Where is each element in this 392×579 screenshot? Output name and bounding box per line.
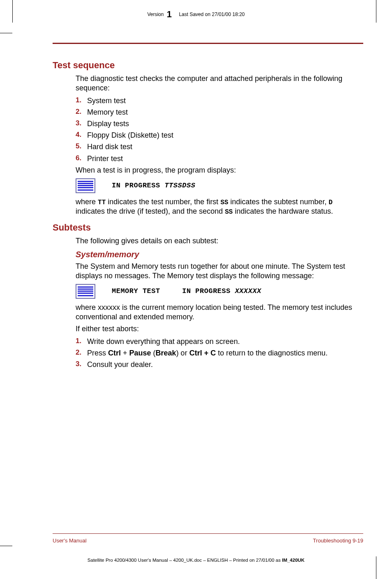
code-var: TTSSDSS [164,182,195,189]
code-text: MEMORY TEST IN PROGRESS XXXXXX [112,287,261,295]
terminal-icon [76,178,95,193]
list-item: 1.System test [76,95,363,106]
terminal-icon [76,284,95,299]
memory-explain: where xxxxxx is the current memory locat… [76,303,363,322]
list-item-label: Write down everything that appears on sc… [87,337,240,346]
after-list: When a test is in progress, the program … [76,166,363,175]
list-item-label: Floppy Disk (Diskette) test [87,131,173,139]
page-footer: User's Manual Troubleshooting 9-19 [53,537,363,544]
header-rule [53,43,363,44]
footer-left: User's Manual [53,537,87,544]
saved-on: Last Saved on 27/01/00 18:20 [179,12,244,17]
footer-right: Troubleshooting 9-19 [313,537,363,544]
list-item: 3.Display tests [76,118,363,129]
code-mid: IN PROGRESS [182,287,235,295]
code-explanation: where TT indicates the test number, the … [76,197,363,217]
list-item-label: Consult your dealer. [87,360,153,369]
crop-mark [0,33,12,33]
list-item-label: System test [87,97,126,105]
code-var: XXXXXX [235,287,261,295]
heading-subtests: Subtests [53,222,363,233]
abort-steps: 1.Write down everything that appears on … [76,336,363,370]
list-item: 2. Press Ctrl + Pause (Break) or Ctrl + … [76,348,363,358]
version-number: 1 [165,9,173,19]
code-display: IN PROGRESS TTSSDSS [76,178,363,193]
list-item-label: Hard disk test [87,143,132,151]
page-header: Version 1 Last Saved on 27/01/00 18:20 [0,9,392,20]
subtests-intro: The following gives details on each subt… [76,236,363,246]
list-item: 5.Hard disk test [76,141,363,152]
list-item: 1.Write down everything that appears on … [76,336,363,347]
version-label: Version [147,12,164,17]
list-item-label: Printer test [87,155,123,163]
list-item: 4.Floppy Disk (Diskette) test [76,130,363,141]
test-sequence-list: 1.System test 2.Memory test 3.Display te… [76,95,363,164]
footer-rule [53,533,363,534]
system-memory-para: The System and Memory tests run together… [76,262,363,281]
code-label: MEMORY TEST [112,287,160,295]
abort-intro: If either test aborts: [76,324,363,334]
list-item: 3.Consult your dealer. [76,359,363,370]
code-text: IN PROGRESS TTSSDSS [112,182,195,189]
imprint-line: Satellite Pro 4200/4300 User's Manual – … [0,558,392,563]
heading-test-sequence: Test sequence [53,60,363,71]
test-sequence-intro: The diagnostic test checks the computer … [76,74,363,93]
list-item: 6.Printer test [76,153,363,164]
heading-system-memory: System/memory [76,250,363,259]
code-prefix: IN PROGRESS [112,182,164,189]
content-area: Test sequence The diagnostic test checks… [53,58,363,371]
list-item-label: Memory test [87,108,128,116]
crop-mark [0,546,12,546]
list-item: 2.Memory test [76,107,363,118]
code-display: MEMORY TEST IN PROGRESS XXXXXX [76,284,363,299]
list-item-label: Display tests [87,120,129,128]
